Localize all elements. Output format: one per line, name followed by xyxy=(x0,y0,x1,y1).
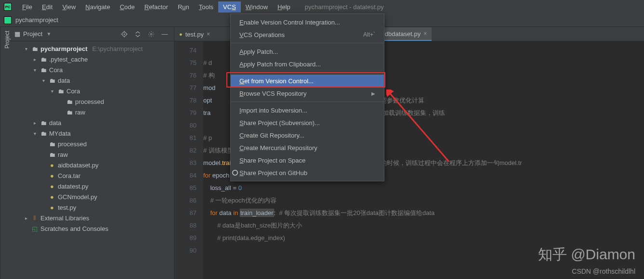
svg-point-6 xyxy=(150,33,152,35)
project-tree[interactable]: ▾🖿pycharmprojectE:\pycharmproject▸🖿.pyte… xyxy=(11,41,174,279)
menu-help[interactable]: Help xyxy=(273,1,295,13)
tree-node[interactable]: ▸🖿data xyxy=(11,117,174,128)
tree-node[interactable]: ●Cora.tar xyxy=(11,170,174,181)
tree-node[interactable]: ▾🖿data xyxy=(11,75,174,86)
close-icon[interactable]: × xyxy=(207,31,210,38)
gear-icon[interactable] xyxy=(146,29,157,39)
expand-all-icon[interactable] xyxy=(132,29,143,39)
tree-node[interactable]: 🖿raw xyxy=(11,107,174,117)
line-gutter: 7475767778798081828384858687888990 xyxy=(174,41,203,279)
menu-item[interactable]: Create Mercurial Repository xyxy=(231,141,384,154)
menu-item[interactable]: Apply Patch from Clipboard... xyxy=(231,58,384,70)
tree-node[interactable]: ▸🖿.pytest_cache xyxy=(11,54,174,64)
tree-node[interactable]: 🖿processed xyxy=(11,139,174,149)
menu-item[interactable]: Create Git Repository... xyxy=(231,129,384,141)
svg-point-8 xyxy=(233,171,237,175)
tree-node[interactable]: ▾🖿Cora xyxy=(11,64,174,75)
tree-node[interactable]: ●GCNmodel.py xyxy=(11,191,174,202)
menubar: PC File Edit View Navigate Code Refactor… xyxy=(0,0,644,13)
tree-node[interactable]: 🖿processed xyxy=(11,96,174,107)
menu-item[interactable]: Import into Subversion... xyxy=(231,104,384,116)
menu-edit[interactable]: Edit xyxy=(37,1,57,13)
tree-node[interactable]: 🖿raw xyxy=(11,149,174,160)
menu-item[interactable]: Enable Version Control Integration... xyxy=(231,16,384,28)
tree-node[interactable]: ▸⫴External Libraries xyxy=(11,213,174,223)
sidebar-tab-project[interactable]: Project xyxy=(0,27,11,279)
menu-window[interactable]: Window xyxy=(241,1,273,13)
menu-run[interactable]: Run xyxy=(173,1,194,13)
hide-panel-icon[interactable]: — xyxy=(159,29,170,39)
menu-code[interactable]: Code xyxy=(115,1,140,13)
tree-node[interactable]: ●aidbdataset.py xyxy=(11,160,174,170)
vcs-dropdown-menu: Enable Version Control Integration...VCS… xyxy=(230,13,384,181)
menu-file[interactable]: File xyxy=(17,1,37,13)
menu-item[interactable]: Apply Patch... xyxy=(231,45,384,58)
breadcrumb[interactable]: pycharmproject xyxy=(15,16,58,24)
project-panel: ▦ Project ▼ — ▾🖿pycharmprojectE:\pycharm… xyxy=(11,27,174,279)
tree-node[interactable]: ●test.py xyxy=(11,202,174,213)
editor-tab-test[interactable]: ●test.py× xyxy=(174,27,215,41)
menu-view[interactable]: View xyxy=(57,1,80,13)
chevron-down-icon[interactable]: ▼ xyxy=(46,31,51,37)
menu-item[interactable]: Share Project on Space xyxy=(231,154,384,166)
tree-node[interactable]: ●datatest.py xyxy=(11,181,174,191)
folder-icon: ▦ xyxy=(14,30,20,38)
svg-point-1 xyxy=(124,33,125,35)
app-logo: PC xyxy=(4,3,12,11)
tree-node[interactable]: ▾🖿pycharmprojectE:\pycharmproject xyxy=(11,43,174,54)
menu-item[interactable]: Share Project on GitHub xyxy=(231,166,384,179)
menu-item[interactable]: Share Project (Subversion)... xyxy=(231,116,384,129)
tree-node[interactable]: ◱Scratches and Consoles xyxy=(11,223,174,234)
menu-item[interactable]: VCS OperationsAlt+` xyxy=(231,28,384,41)
python-file-icon: ● xyxy=(179,31,183,37)
tree-node[interactable]: ▾🖿MYdata xyxy=(11,128,174,139)
menu-refactor[interactable]: Refactor xyxy=(140,1,173,13)
tree-node[interactable]: ▾🖿Cora xyxy=(11,86,174,96)
menu-item[interactable]: Browse VCS Repository▶ xyxy=(231,87,384,100)
project-logo-icon xyxy=(4,16,12,24)
menu-navigate[interactable]: Navigate xyxy=(80,1,115,13)
project-panel-header: ▦ Project ▼ — xyxy=(11,27,174,41)
window-title: pycharmproject - datatest.py xyxy=(305,3,384,11)
menu-item[interactable]: Get from Version Control... xyxy=(231,75,384,87)
project-panel-title[interactable]: Project xyxy=(23,30,42,38)
locate-icon[interactable] xyxy=(119,29,130,39)
menu-vcs[interactable]: VCS xyxy=(218,1,241,13)
close-icon[interactable]: × xyxy=(423,30,427,37)
menu-tools[interactable]: Tools xyxy=(194,1,218,13)
